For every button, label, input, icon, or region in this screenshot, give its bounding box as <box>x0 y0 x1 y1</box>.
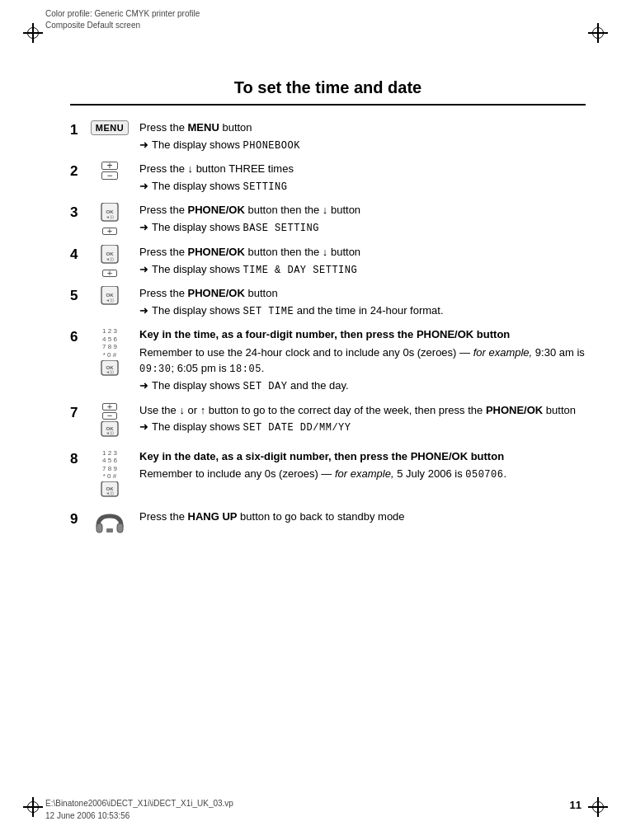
step-row-1: 1 MENU Press the MENU button ➜ The displ… <box>70 120 586 153</box>
step-text-7: Use the ↓ or ↑ button to go to the corre… <box>139 403 586 436</box>
step-icon-3: OK ◄))) + <box>88 203 131 235</box>
step-icon-7: + − OK ◄))) <box>88 403 131 441</box>
step-text-6: Key in the time, as a four-digit number,… <box>139 327 586 394</box>
step-icon-8: 1 2 34 5 67 8 9* 0 # OK ◄))) <box>88 449 131 501</box>
svg-text:◄))): ◄))) <box>106 430 114 435</box>
step-text-4: Press the PHONE/OK button then the ↓ but… <box>139 245 586 278</box>
step-icon-5: OK ◄))) <box>88 286 131 309</box>
header-text: Color profile: Generic CMYK printer prof… <box>45 8 200 31</box>
step-icon-2: + − <box>88 162 131 180</box>
phone-ok-icon: OK ◄))) <box>95 203 125 226</box>
step-row-3: 3 OK ◄))) + Press the PHONE/OK button th… <box>70 203 586 236</box>
step-icon-6: 1 2 34 5 67 8 9* 0 # OK ◄))) <box>88 327 131 379</box>
step-row-6: 6 1 2 34 5 67 8 9* 0 # OK ◄))) Key in th… <box>70 327 586 394</box>
step-num-4: 4 <box>70 246 88 263</box>
main-content: To set the time and date 1 MENU Press th… <box>70 78 586 774</box>
footer-text: E:\Binatone2006\iDECT_X1i\iDECT_X1i_UK_0… <box>45 797 233 822</box>
step-icon-1: MENU <box>88 120 131 135</box>
step-text-1: Press the MENU button ➜ The display show… <box>139 120 586 153</box>
svg-rect-20 <box>106 528 113 533</box>
step-num-1: 1 <box>70 122 88 138</box>
svg-text:◄))): ◄))) <box>106 298 114 303</box>
svg-text:◄))): ◄))) <box>106 490 114 495</box>
step-icon-9 <box>88 509 131 536</box>
menu-icon: MENU <box>91 120 129 135</box>
phone-ok-icon-7: OK ◄))) <box>95 421 125 441</box>
step-text-9: Press the HANG UP button to go back to s… <box>139 509 586 527</box>
step-row-4: 4 OK ◄))) + Press the PHONE/OK button th… <box>70 245 586 278</box>
step-row-7: 7 + − OK ◄))) Use the ↓ or ↑ button to g… <box>70 403 586 441</box>
phone-icon-6: OK ◄))) <box>95 360 125 380</box>
steps-table: 1 MENU Press the MENU button ➜ The displ… <box>70 120 586 536</box>
step-text-3: Press the PHONE/OK button then the ↓ but… <box>139 203 586 236</box>
svg-text:◄))): ◄))) <box>106 369 114 374</box>
step-text-5: Press the PHONE/OK button ➜ The display … <box>139 286 586 319</box>
phone-ok-icon-4: OK ◄))) <box>95 245 125 268</box>
page-title: To set the time and date <box>70 78 586 106</box>
svg-rect-19 <box>117 523 123 533</box>
step-row-2: 2 + − Press the ↓ button THREE times ➜ T… <box>70 162 586 195</box>
step-num-3: 3 <box>70 204 88 221</box>
step-num-9: 9 <box>70 511 88 528</box>
step-row-5: 5 OK ◄))) Press the PHONE/OK button ➜ Th… <box>70 286 586 319</box>
step-row-9: 9 Press the HANG UP button to go back to… <box>70 509 586 536</box>
step-num-6: 6 <box>70 329 88 345</box>
svg-rect-18 <box>97 523 102 533</box>
hangup-icon <box>93 509 126 536</box>
step-text-2: Press the ↓ button THREE times ➜ The dis… <box>139 162 586 195</box>
svg-text:◄))): ◄))) <box>106 256 114 261</box>
reg-mark-tr <box>588 23 608 43</box>
reg-mark-tl <box>23 23 43 43</box>
svg-text:◄))): ◄))) <box>106 214 114 219</box>
step-num-7: 7 <box>70 405 88 421</box>
step-icon-4: OK ◄))) + <box>88 245 131 277</box>
plusminus-icon: + − <box>101 162 118 180</box>
step-row-8: 8 1 2 34 5 67 8 9* 0 # OK ◄))) Key in th… <box>70 449 586 501</box>
phone-icon-8: OK ◄))) <box>95 481 125 501</box>
step-num-8: 8 <box>70 451 88 467</box>
page-number: 11 <box>570 799 582 811</box>
step-text-8: Key in the date, as a six-digit number, … <box>139 449 586 483</box>
step-num-5: 5 <box>70 288 88 304</box>
step-num-2: 2 <box>70 163 88 180</box>
phone-ok-icon-5: OK ◄))) <box>95 286 125 309</box>
reg-mark-br <box>588 797 608 817</box>
reg-mark-bl <box>23 797 43 817</box>
